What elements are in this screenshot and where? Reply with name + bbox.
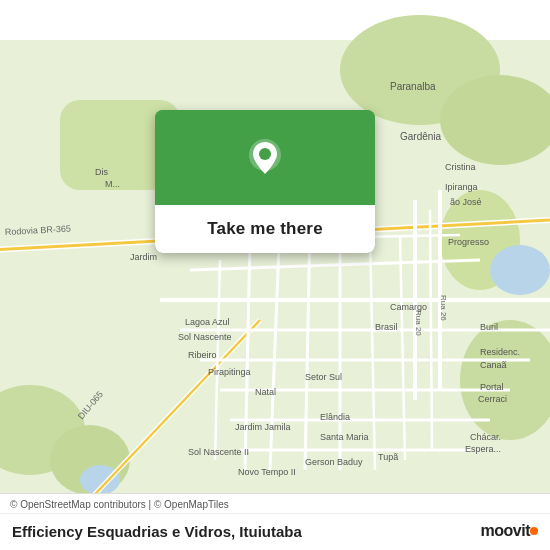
svg-text:Cerraci: Cerraci bbox=[478, 394, 507, 404]
svg-text:Chácar.: Chácar. bbox=[470, 432, 501, 442]
bottom-bar: © OpenStreetMap contributors | © OpenMap… bbox=[0, 493, 550, 550]
svg-text:Tupã: Tupã bbox=[378, 452, 398, 462]
moovit-dot bbox=[530, 527, 538, 535]
svg-text:Elândia: Elândia bbox=[320, 412, 350, 422]
take-me-there-button[interactable]: Take me there bbox=[155, 205, 375, 253]
svg-text:Jardim: Jardim bbox=[130, 252, 157, 262]
svg-text:Rua 26: Rua 26 bbox=[439, 295, 448, 321]
svg-text:Jardim Jamila: Jardim Jamila bbox=[235, 422, 291, 432]
moovit-text: moovit bbox=[481, 522, 530, 540]
business-name: Efficiency Esquadrias e Vidros, Ituiutab… bbox=[12, 523, 302, 540]
svg-text:Gerson Baduy: Gerson Baduy bbox=[305, 457, 363, 467]
svg-point-8 bbox=[490, 245, 550, 295]
svg-text:Sol Nascente: Sol Nascente bbox=[178, 332, 232, 342]
svg-text:Camargo: Camargo bbox=[390, 302, 427, 312]
pin-icon bbox=[243, 136, 287, 180]
svg-text:Rua 20: Rua 20 bbox=[414, 310, 423, 336]
svg-text:Ribeiro: Ribeiro bbox=[188, 350, 217, 360]
svg-text:Natal: Natal bbox=[255, 387, 276, 397]
svg-text:Dis: Dis bbox=[95, 167, 108, 177]
svg-text:M...: M... bbox=[105, 179, 120, 189]
svg-text:Cristina: Cristina bbox=[445, 162, 476, 172]
moovit-logo: moovit bbox=[481, 522, 538, 540]
svg-text:Canaã: Canaã bbox=[480, 360, 507, 370]
svg-text:Buril: Buril bbox=[480, 322, 498, 332]
business-info-row: Efficiency Esquadrias e Vidros, Ituiutab… bbox=[0, 514, 550, 550]
map-container: Rodovia BR-365 DIU-065 Rua 20 Rua 26 Dis… bbox=[0, 0, 550, 550]
card-icon-area bbox=[155, 110, 375, 205]
svg-text:Ipiranga: Ipiranga bbox=[445, 182, 478, 192]
svg-text:Setor Sul: Setor Sul bbox=[305, 372, 342, 382]
svg-point-68 bbox=[259, 148, 271, 160]
svg-text:Lagoa Azul: Lagoa Azul bbox=[185, 317, 230, 327]
svg-text:ão José: ão José bbox=[450, 197, 482, 207]
svg-text:Espera...: Espera... bbox=[465, 444, 501, 454]
svg-text:Pirapitinga: Pirapitinga bbox=[208, 367, 251, 377]
svg-text:Paranalba: Paranalba bbox=[390, 81, 436, 92]
svg-text:Sol Nascente II: Sol Nascente II bbox=[188, 447, 249, 457]
svg-text:Novo Tempo II: Novo Tempo II bbox=[238, 467, 296, 477]
svg-text:Brasil: Brasil bbox=[375, 322, 398, 332]
location-card[interactable]: Take me there bbox=[155, 110, 375, 253]
svg-text:Portal: Portal bbox=[480, 382, 504, 392]
svg-text:Gardênia: Gardênia bbox=[400, 131, 442, 142]
map-attribution: © OpenStreetMap contributors | © OpenMap… bbox=[0, 494, 550, 514]
svg-text:Progresso: Progresso bbox=[448, 237, 489, 247]
svg-text:Santa Maria: Santa Maria bbox=[320, 432, 369, 442]
svg-text:Residenc.: Residenc. bbox=[480, 347, 520, 357]
map-background: Rodovia BR-365 DIU-065 Rua 20 Rua 26 Dis… bbox=[0, 0, 550, 550]
